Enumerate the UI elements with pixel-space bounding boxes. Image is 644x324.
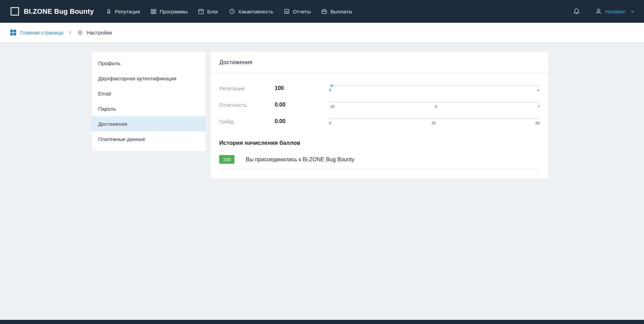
breadcrumb: Главная страница Настройки: [0, 23, 644, 42]
metric-label: Репутация: [219, 85, 275, 91]
scale-min-label: 0: [329, 121, 332, 125]
card-title: Достижения: [211, 51, 548, 73]
metric-scale: -10 0 7: [329, 101, 540, 109]
brand[interactable]: BI.ZONE Bug Bounty: [10, 7, 94, 16]
home-grid-icon: [10, 29, 17, 36]
nav-item-programs[interactable]: Программы: [150, 8, 188, 14]
settings-item-email[interactable]: Email: [92, 86, 205, 101]
gear-icon: [77, 29, 83, 36]
user-icon: [595, 8, 602, 15]
settings-item-achievements[interactable]: Достижения: [92, 116, 205, 131]
nav-item-reports[interactable]: Отчеты: [284, 8, 311, 14]
scale-labels: 0 25 50: [329, 121, 540, 125]
main-nav: Репутация Программы Блог Хакактивность О…: [106, 8, 352, 14]
breadcrumb-current: Настройки: [77, 29, 112, 36]
achievements-card: Достижения Репутация 100 0 ∞ Отчетно: [210, 51, 549, 179]
metric-row-grade: Грейд 0.00 0 25 50: [219, 116, 540, 126]
settings-item-2fa[interactable]: Двухфакторная аутентификация: [92, 71, 205, 86]
nav-item-hackactivity[interactable]: Хакактивность: [229, 8, 273, 14]
nav-item-blog[interactable]: Блог: [198, 8, 218, 14]
settings-item-password[interactable]: Пароль: [92, 101, 205, 116]
scale-labels: -10 0 7: [329, 104, 540, 109]
metric-scale: 0 25 50: [329, 118, 540, 125]
content-area: Профиль Двухфакторная аутентификация Ema…: [0, 42, 644, 179]
chevron-down-icon: [630, 9, 635, 14]
nav-item-label: Отчеты: [293, 9, 311, 14]
scale-track: [329, 85, 540, 86]
breadcrumb-home-label: Главная страница: [20, 30, 63, 36]
scale-mid-label: 0: [434, 104, 437, 109]
brand-title: BI.ZONE Bug Bounty: [24, 8, 94, 16]
scale-max-label: ∞: [537, 88, 540, 92]
metric-value: 0.00: [275, 102, 329, 108]
reports-icon: [284, 8, 290, 14]
scale-track: [329, 118, 540, 119]
metric-row-reporting: Отчетность 0.00 -10 0 7: [219, 100, 540, 110]
nav-item-reputation[interactable]: Репутация: [106, 8, 140, 14]
card-body: Репутация 100 0 ∞ Отчетность 0.00: [211, 73, 548, 179]
history-title: История начисления баллов: [219, 140, 540, 146]
nav-item-label: Хакактивность: [238, 9, 273, 14]
metric-scale: 0 ∞: [329, 84, 540, 92]
history-entry-text: Вы присоединились к Bi.ZONE Bug Bounty: [246, 156, 355, 163]
hackactivity-icon: [229, 8, 235, 14]
metric-value: 100: [275, 85, 329, 91]
blog-icon: [198, 8, 204, 14]
nav-item-label: Блог: [207, 9, 218, 14]
breadcrumb-separator-icon: [68, 31, 72, 34]
breadcrumb-current-label: Настройки: [87, 30, 112, 36]
breadcrumb-home-link[interactable]: Главная страница: [10, 29, 63, 36]
scale-max-label: 50: [536, 121, 540, 125]
history-entry: 100 Вы присоединились к Bi.ZONE Bug Boun…: [219, 155, 540, 169]
scale-min-label: -10: [329, 104, 335, 109]
nav-item-label: Программы: [160, 9, 188, 14]
settings-nav: Профиль Двухфакторная аутентификация Ema…: [91, 51, 206, 152]
reputation-icon: [106, 8, 112, 14]
top-navbar: BI.ZONE Bug Bounty Репутация Программы Б…: [0, 0, 644, 23]
scale-mid-label: [433, 88, 436, 92]
points-badge: 100: [219, 155, 234, 164]
metric-label: Отчетность: [219, 102, 275, 108]
scale-min-label: 0: [329, 88, 332, 92]
user-name: Han0ken: [605, 9, 626, 14]
nav-item-label: Выплаты: [330, 9, 352, 14]
nav-item-label: Репутация: [115, 9, 140, 14]
notifications-button[interactable]: [573, 8, 580, 15]
scale-track: [329, 102, 540, 103]
settings-item-payment-data[interactable]: Платежные данные: [92, 131, 205, 146]
scale-max-label: 7: [537, 104, 540, 109]
user-menu[interactable]: Han0ken: [595, 8, 635, 15]
footer-bar: [0, 320, 644, 324]
nav-item-payouts[interactable]: Выплаты: [321, 8, 352, 14]
programs-icon: [150, 8, 157, 14]
scale-marker: [330, 84, 333, 87]
scale-mid-label: 25: [432, 121, 436, 125]
metric-value: 0.00: [275, 118, 329, 124]
metric-row-reputation: Репутация 100 0 ∞: [219, 83, 540, 93]
navbar-right: Han0ken: [573, 8, 635, 15]
settings-item-profile[interactable]: Профиль: [92, 55, 205, 71]
payouts-icon: [321, 8, 327, 14]
bizone-logo-icon: [10, 7, 20, 16]
metric-label: Грейд: [219, 119, 275, 124]
scale-labels: 0 ∞: [329, 88, 540, 92]
